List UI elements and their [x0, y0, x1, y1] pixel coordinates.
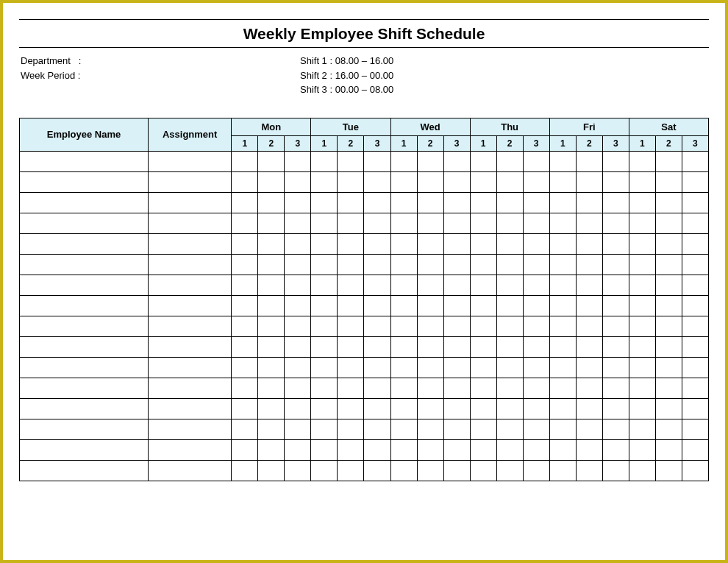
meta-right: Shift 1 : 08.00 – 16.00 Shift 2 : 16.00 … [300, 54, 393, 97]
cell [576, 151, 602, 171]
cell [523, 419, 549, 439]
cell [311, 439, 338, 460]
cell [549, 398, 576, 419]
cell [629, 254, 655, 275]
col-shift: 1 [470, 135, 496, 151]
cell [232, 151, 258, 171]
cell [629, 275, 655, 295]
cell [232, 275, 258, 295]
cell [655, 295, 682, 316]
col-shift: 2 [258, 135, 285, 151]
cell [390, 275, 417, 295]
cell [390, 439, 417, 460]
cell [364, 398, 390, 419]
cell [496, 254, 523, 275]
cell [470, 460, 496, 481]
cell [338, 254, 364, 275]
cell [285, 275, 311, 295]
cell [523, 378, 549, 398]
cell [20, 398, 149, 419]
cell [338, 378, 364, 398]
cell [602, 151, 629, 171]
cell [364, 192, 390, 213]
cell [682, 213, 708, 233]
cell [390, 254, 417, 275]
cell [417, 151, 443, 171]
cell [338, 151, 364, 171]
cell [311, 336, 338, 357]
cell [232, 419, 258, 439]
cell [576, 419, 602, 439]
cell [149, 254, 232, 275]
cell [443, 213, 470, 233]
table-row [20, 171, 709, 192]
col-shift: 2 [496, 135, 523, 151]
cell [682, 460, 708, 481]
cell [232, 460, 258, 481]
cell [470, 275, 496, 295]
cell [629, 378, 655, 398]
table-row [20, 151, 709, 171]
cell [470, 378, 496, 398]
col-employee-name: Employee Name [20, 118, 149, 151]
cell [390, 151, 417, 171]
col-day-mon: Mon [232, 118, 311, 135]
cell [258, 192, 285, 213]
cell [390, 213, 417, 233]
cell [311, 233, 338, 254]
cell [523, 336, 549, 357]
cell [338, 439, 364, 460]
cell [523, 275, 549, 295]
cell [338, 419, 364, 439]
cell [311, 378, 338, 398]
cell [629, 398, 655, 419]
cell [549, 275, 576, 295]
cell [285, 378, 311, 398]
cell [470, 336, 496, 357]
cell [470, 171, 496, 192]
cell [149, 439, 232, 460]
col-shift: 1 [629, 135, 655, 151]
cell [549, 295, 576, 316]
cell [443, 171, 470, 192]
cell [576, 171, 602, 192]
cell [311, 151, 338, 171]
shift2-label: Shift 2 : 16.00 – 00.00 [300, 68, 393, 83]
col-day-wed: Wed [390, 118, 470, 135]
cell [311, 275, 338, 295]
cell [576, 192, 602, 213]
cell [496, 419, 523, 439]
cell [470, 192, 496, 213]
cell [655, 254, 682, 275]
cell [390, 378, 417, 398]
cell [682, 439, 708, 460]
cell [682, 233, 708, 254]
cell [311, 398, 338, 419]
rule-top [19, 19, 709, 20]
cell [417, 295, 443, 316]
cell [417, 460, 443, 481]
cell [149, 316, 232, 336]
cell [470, 213, 496, 233]
cell [682, 398, 708, 419]
col-shift: 3 [364, 135, 390, 151]
cell [549, 378, 576, 398]
cell [390, 171, 417, 192]
cell [20, 378, 149, 398]
cell [629, 213, 655, 233]
cell [390, 192, 417, 213]
cell [443, 378, 470, 398]
cell [364, 460, 390, 481]
cell [602, 398, 629, 419]
col-shift: 3 [523, 135, 549, 151]
col-day-fri: Fri [549, 118, 629, 135]
schedule-table: Employee Name Assignment Mon Tue Wed Thu… [19, 118, 709, 481]
cell [232, 171, 258, 192]
col-shift: 3 [285, 135, 311, 151]
cell [364, 213, 390, 233]
cell [629, 439, 655, 460]
cell [655, 336, 682, 357]
cell [443, 336, 470, 357]
table-row [20, 378, 709, 398]
cell [629, 192, 655, 213]
